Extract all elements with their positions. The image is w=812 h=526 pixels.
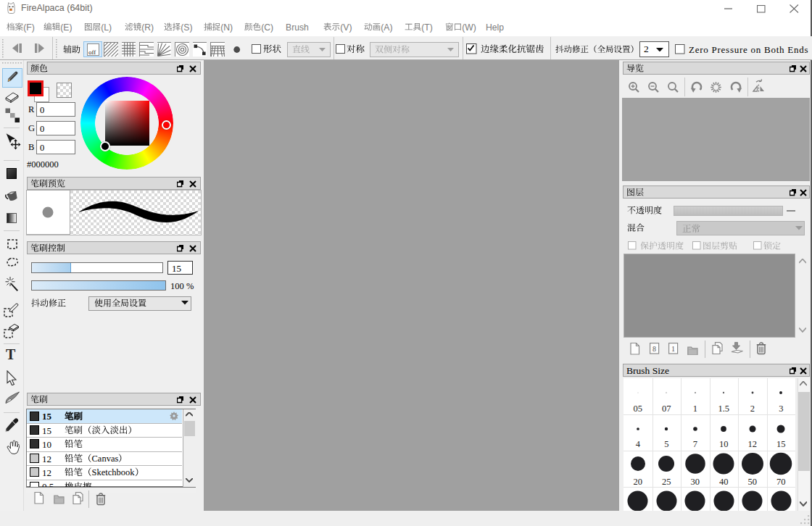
svg-text:1: 1 [671,345,675,353]
svg-text:8: 8 [652,345,656,353]
